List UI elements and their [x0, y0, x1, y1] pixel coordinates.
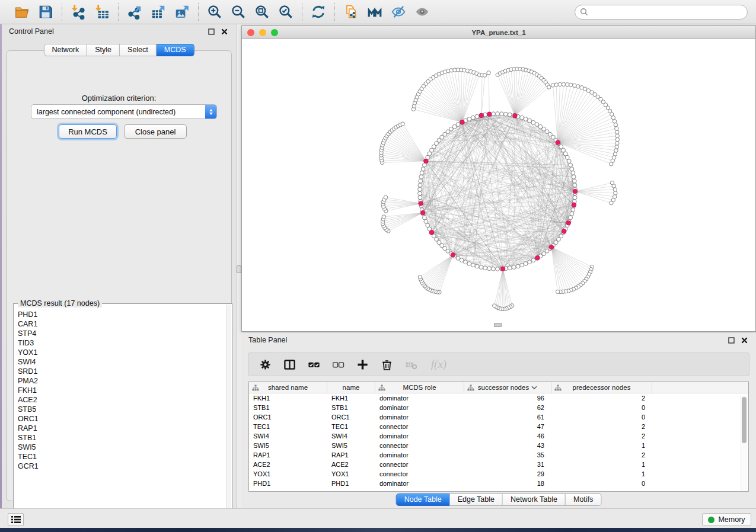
network-leaf-node[interactable]: [558, 82, 562, 86]
column-header-predecessor-nodes[interactable]: predecessor nodes: [551, 382, 652, 393]
add-row-icon[interactable]: [355, 357, 369, 371]
network-node[interactable]: [422, 216, 426, 220]
table-row[interactable]: YOX1YOX1connector291: [249, 469, 748, 479]
zoom-fit-icon[interactable]: [253, 3, 271, 21]
mcds-result-item[interactable]: YOX1: [14, 348, 225, 357]
network-node[interactable]: [572, 175, 576, 179]
mcds-result-item[interactable]: FKH1: [14, 386, 225, 395]
export-image-icon[interactable]: [173, 3, 191, 21]
network-node[interactable]: [531, 258, 535, 262]
network-leaf-node[interactable]: [615, 137, 619, 141]
network-graph[interactable]: [242, 39, 755, 331]
network-leaf-node[interactable]: [615, 142, 619, 145]
network-leaf-node[interactable]: [493, 304, 496, 307]
network-node[interactable]: [569, 216, 573, 220]
network-node[interactable]: [471, 263, 476, 267]
control-tab-style[interactable]: Style: [87, 44, 120, 56]
network-leaf-node[interactable]: [418, 275, 422, 279]
mcds-result-item[interactable]: TEC1: [14, 452, 225, 462]
table-row[interactable]: SWI4SWI4dominator462: [249, 431, 748, 441]
close-window-icon[interactable]: [247, 29, 254, 36]
network-leaf-node[interactable]: [614, 191, 617, 195]
column-header-shared-name[interactable]: shared name: [249, 382, 327, 393]
mcds-result-item[interactable]: PHD1: [14, 310, 225, 319]
network-node[interactable]: [512, 265, 516, 270]
open-session-icon[interactable]: [13, 3, 31, 21]
import-table-icon[interactable]: [93, 3, 111, 21]
control-tab-select[interactable]: Select: [120, 44, 157, 56]
network-node[interactable]: [500, 112, 504, 116]
network-leaf-node[interactable]: [615, 127, 618, 130]
network-node[interactable]: [563, 152, 567, 156]
network-node[interactable]: [528, 118, 532, 123]
network-leaf-node[interactable]: [401, 122, 404, 126]
mcds-hub-node[interactable]: [549, 245, 554, 249]
network-leaf-node[interactable]: [483, 73, 487, 77]
network-canvas[interactable]: [242, 39, 755, 331]
table-row[interactable]: TEC1TEC1connector472: [249, 422, 748, 431]
table-row[interactable]: PHD1PHD1dominator180: [249, 479, 748, 488]
mcds-result-item[interactable]: SWI4: [14, 357, 225, 367]
network-window-titlebar[interactable]: YPA_prune.txt_1: [242, 26, 755, 39]
maximize-window-icon[interactable]: [271, 29, 278, 36]
network-node[interactable]: [483, 113, 487, 117]
network-node[interactable]: [572, 179, 576, 183]
network-node[interactable]: [496, 112, 500, 116]
network-node[interactable]: [504, 112, 508, 116]
network-node[interactable]: [516, 264, 520, 268]
close-panel-icon[interactable]: [219, 27, 229, 36]
mcds-result-item[interactable]: SRD1: [14, 367, 225, 376]
network-node[interactable]: [479, 265, 483, 270]
save-session-icon[interactable]: [37, 3, 55, 21]
criterion-dropdown[interactable]: largest connected component (undirected): [31, 104, 217, 119]
close-table-panel-icon[interactable]: [739, 335, 749, 345]
table-scrollbar[interactable]: [741, 396, 747, 491]
network-leaf-node[interactable]: [610, 201, 613, 205]
mcds-result-item[interactable]: SWI5: [14, 443, 225, 452]
network-node[interactable]: [496, 267, 500, 271]
memory-button[interactable]: Memory: [702, 513, 751, 526]
clone-network-icon[interactable]: [342, 3, 360, 21]
zoom-out-icon[interactable]: [229, 3, 247, 21]
mcds-hub-node[interactable]: [572, 203, 576, 207]
network-node[interactable]: [508, 113, 512, 117]
mcds-result-item[interactable]: ORC1: [14, 414, 225, 424]
network-leaf-node[interactable]: [614, 149, 618, 152]
network-leaf-node[interactable]: [562, 82, 565, 86]
mcds-result-item[interactable]: RAP1: [14, 424, 225, 433]
search-text-field[interactable]: [591, 8, 742, 16]
network-leaf-node[interactable]: [573, 84, 576, 87]
export-table-icon[interactable]: [149, 3, 167, 21]
network-leaf-node[interactable]: [610, 162, 613, 166]
network-node[interactable]: [471, 116, 476, 120]
network-node[interactable]: [421, 167, 425, 171]
network-node[interactable]: [508, 266, 512, 270]
network-leaf-node[interactable]: [554, 83, 558, 86]
table-scrollbar-thumb[interactable]: [742, 397, 747, 443]
hide-selected-icon[interactable]: [390, 3, 407, 21]
network-node[interactable]: [565, 155, 569, 159]
network-node[interactable]: [418, 191, 422, 196]
network-leaf-node[interactable]: [576, 85, 580, 88]
network-node[interactable]: [467, 117, 471, 121]
delete-row-icon[interactable]: [379, 357, 394, 371]
deselect-all-icon[interactable]: [331, 357, 345, 371]
import-network-icon[interactable]: [69, 3, 87, 21]
mcds-hub-node[interactable]: [451, 253, 455, 258]
vertical-splitter[interactable]: [236, 24, 241, 508]
network-leaf-node[interactable]: [615, 145, 618, 149]
close-panel-button[interactable]: Close panel: [124, 124, 187, 139]
network-node[interactable]: [424, 220, 428, 224]
network-node[interactable]: [570, 211, 574, 216]
network-node[interactable]: [475, 264, 479, 268]
mcds-result-item[interactable]: STB1: [14, 433, 225, 443]
minimize-window-icon[interactable]: [259, 29, 266, 36]
table-tab-node-table[interactable]: Node Table: [396, 493, 450, 506]
mcds-hub-node[interactable]: [513, 114, 518, 118]
run-mcds-button[interactable]: Run MCDS: [59, 124, 117, 139]
table-row[interactable]: ORC1ORC1dominator610: [249, 412, 748, 422]
network-leaf-node[interactable]: [556, 290, 559, 293]
table-tab-motifs[interactable]: Motifs: [566, 493, 601, 506]
splitter-handle[interactable]: [237, 265, 241, 273]
network-leaf-node[interactable]: [382, 215, 385, 219]
